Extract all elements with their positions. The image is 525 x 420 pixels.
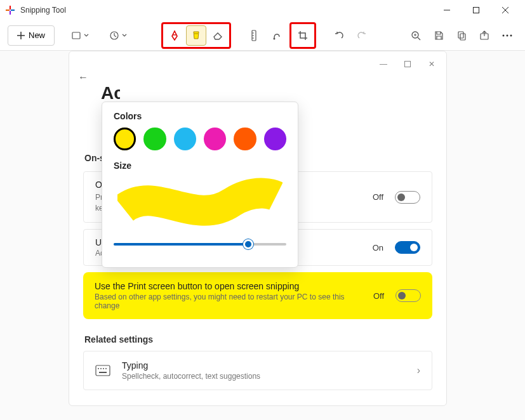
app-icon — [5, 5, 15, 15]
color-swatch-cyan[interactable] — [174, 128, 196, 150]
toolbar: New — [0, 20, 525, 51]
colors-label: Colors — [114, 111, 286, 121]
svg-point-20 — [274, 37, 276, 39]
svg-rect-3 — [10, 11, 11, 15]
keyboard-icon — [95, 365, 110, 376]
undo-button[interactable] — [329, 25, 349, 46]
svg-rect-5 — [474, 8, 479, 13]
svg-point-36 — [105, 368, 107, 369]
new-snip-button[interactable]: New — [8, 25, 55, 46]
toggle-state: On — [373, 243, 383, 253]
setting-sub: Based on other app settings, you might n… — [95, 292, 366, 310]
canvas-area: — ✕ ← Accessibility On-s O Prke Off Unde… — [0, 51, 525, 420]
color-swatch-orange[interactable] — [234, 128, 256, 150]
color-swatch-purple[interactable] — [264, 128, 286, 150]
svg-rect-25 — [458, 32, 463, 38]
print-screen-toggle[interactable] — [395, 289, 421, 302]
typing-title: Typing — [122, 360, 260, 371]
svg-rect-26 — [460, 34, 465, 40]
brush-preview — [114, 177, 286, 228]
color-swatches — [114, 128, 286, 150]
snip-mode-dropdown[interactable] — [67, 25, 93, 46]
typing-sub: Spellcheck, autocorrect, text suggestion… — [122, 372, 260, 381]
crop-highlight — [289, 22, 316, 49]
svg-line-13 — [114, 36, 116, 37]
save-button[interactable] — [429, 25, 449, 46]
touch-writing-button[interactable] — [267, 25, 287, 46]
eraser-tool-button[interactable] — [208, 25, 228, 46]
svg-point-35 — [103, 368, 104, 369]
copy-button[interactable] — [451, 25, 472, 46]
svg-point-29 — [507, 34, 508, 36]
svg-point-34 — [100, 368, 102, 369]
app-title: Snipping Tool — [20, 6, 432, 15]
annotation-tools-highlight — [161, 22, 231, 49]
toggle-state: Off — [373, 291, 384, 301]
svg-rect-0 — [6, 10, 10, 11]
settings-minimize-button[interactable]: — — [374, 55, 393, 74]
minimize-button[interactable] — [432, 0, 462, 20]
svg-point-28 — [503, 34, 505, 36]
color-swatch-magenta[interactable] — [204, 128, 226, 150]
svg-rect-37 — [99, 372, 107, 373]
back-button[interactable]: ← — [78, 72, 88, 83]
related-settings-label: Related settings — [69, 334, 446, 345]
svg-rect-2 — [10, 6, 11, 10]
settings-close-button[interactable]: ✕ — [422, 55, 441, 74]
slider-thumb[interactable] — [243, 239, 253, 249]
typing-settings-row[interactable]: Typing Spellcheck, autocorrect, text sug… — [83, 351, 432, 390]
svg-rect-1 — [11, 10, 15, 11]
new-label: New — [29, 30, 45, 40]
svg-point-33 — [98, 368, 99, 369]
maximize-button[interactable] — [462, 0, 491, 20]
settings-maximize-button[interactable] — [398, 55, 417, 74]
crop-tool-button[interactable] — [293, 25, 313, 46]
svg-point-30 — [510, 34, 512, 36]
size-label: Size — [114, 161, 286, 171]
highlighter-tool-button[interactable] — [186, 25, 206, 46]
ruler-tool-button[interactable] — [244, 25, 264, 46]
redo-button[interactable] — [352, 25, 372, 46]
toggle-state: Off — [373, 192, 383, 202]
print-screen-row: Use the Print screen button to open scre… — [83, 272, 432, 319]
setting-title: Use the Print screen button to open scre… — [95, 281, 366, 291]
color-swatch-yellow[interactable] — [114, 128, 136, 150]
more-button[interactable] — [497, 25, 517, 46]
close-button[interactable] — [491, 0, 520, 20]
svg-rect-10 — [72, 32, 80, 39]
chevron-right-icon: › — [417, 365, 420, 376]
highlighter-options-popup: Colors Size — [102, 102, 298, 268]
underline-access-keys-toggle[interactable] — [395, 241, 420, 254]
titlebar: Snipping Tool — [0, 0, 525, 20]
share-button[interactable] — [474, 25, 495, 46]
color-swatch-green[interactable] — [143, 128, 166, 150]
svg-rect-32 — [96, 365, 110, 376]
svg-line-22 — [418, 37, 420, 40]
svg-rect-31 — [405, 62, 411, 67]
pen-tool-button[interactable] — [164, 25, 185, 46]
onscreen-keyboard-toggle[interactable] — [395, 191, 420, 204]
app-window: Snipping Tool New — [0, 0, 525, 420]
zoom-button[interactable] — [406, 25, 426, 46]
delay-dropdown[interactable] — [105, 25, 131, 46]
size-slider[interactable] — [114, 237, 286, 252]
